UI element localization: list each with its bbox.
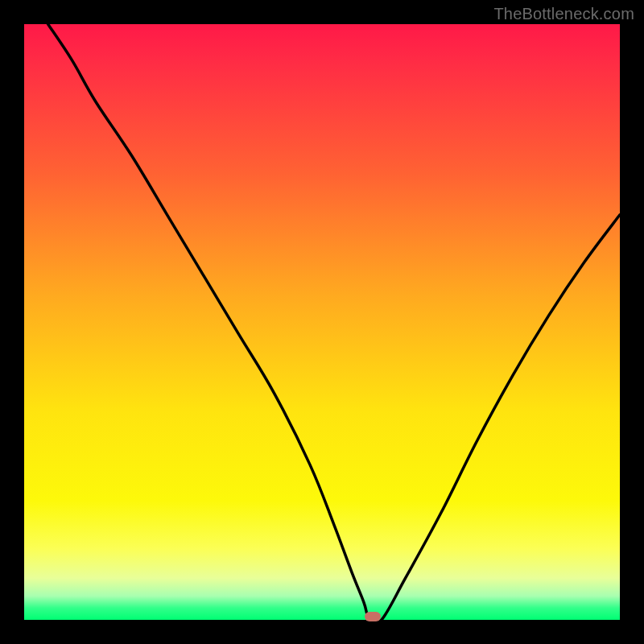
bottleneck-curve <box>48 24 620 624</box>
watermark-text: TheBottleneck.com <box>493 5 634 23</box>
curve-svg <box>24 24 620 620</box>
chart-frame: TheBottleneck.com <box>0 0 644 644</box>
valley-marker <box>365 612 381 621</box>
plot-area <box>24 24 620 620</box>
